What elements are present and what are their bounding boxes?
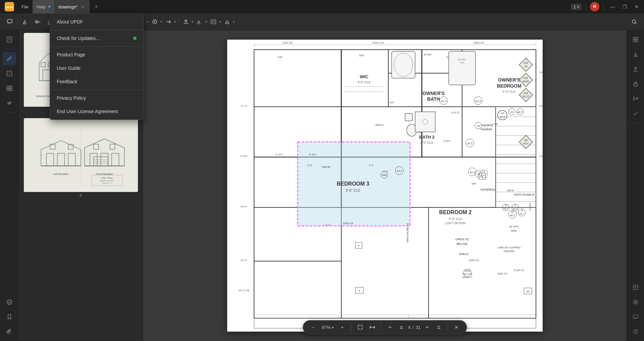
svg-text:LOFT OPTION: LOFT OPTION <box>445 222 465 225</box>
about-label: About UPDF <box>57 19 83 25</box>
strikethrough-tool-button[interactable]: S <box>32 16 43 28</box>
sidebar-item-layers[interactable] <box>3 295 16 309</box>
svg-text:AT OPT.: AT OPT. <box>509 225 519 228</box>
svg-text:4'-1": 4'-1" <box>325 224 331 227</box>
markup-tool-button[interactable]: ▾ <box>208 16 221 28</box>
thumbnail-page-6[interactable]: Left Elevation Front Elevation <box>24 118 138 201</box>
svg-text:2040 SH: 2040 SH <box>282 41 293 44</box>
minimize-button[interactable]: — <box>608 2 617 11</box>
svg-text:2'-0½": 2'-0½" <box>275 153 283 156</box>
right-sidebar-lock[interactable] <box>629 77 642 91</box>
page-down-top-button[interactable] <box>397 323 406 332</box>
stamp-chevron-icon: ▾ <box>232 16 235 28</box>
right-sidebar-clock[interactable] <box>629 325 642 338</box>
svg-rect-27 <box>211 20 216 24</box>
sidebar-item-convert[interactable] <box>3 96 16 110</box>
close-bottom-bar-button[interactable]: ✕ <box>452 323 461 332</box>
svg-text:LINE OF CLIPPED: LINE OF CLIPPED <box>498 246 521 249</box>
sidebar-divider1 <box>4 49 15 49</box>
svg-text:4'-0" CLG: 4'-0" CLG <box>420 141 433 144</box>
sidebar-item-bookmark[interactable] <box>3 310 16 324</box>
tab-close-icon[interactable]: ✕ <box>80 4 86 9</box>
svg-text:AD.T: AD.T <box>517 111 523 113</box>
user-avatar[interactable]: R <box>590 2 599 11</box>
shape-icon <box>150 16 160 28</box>
svg-text:23'-6": 23'-6" <box>240 205 247 208</box>
svg-text:A2.3: A2.3 <box>500 116 505 118</box>
svg-point-22 <box>154 21 155 22</box>
page-indicator[interactable]: 1 ▾ <box>571 4 582 10</box>
page-bottom-button[interactable] <box>434 323 443 332</box>
highlight-color-icon: A <box>195 16 205 28</box>
tab-file[interactable]: File <box>17 0 33 13</box>
tab-help[interactable]: Help <box>33 0 54 13</box>
tab-drawings[interactable]: drawings* ✕ <box>54 0 90 13</box>
menu-item-privacy[interactable]: Privacy Policy <box>50 91 143 105</box>
highlight-tool-button[interactable]: A <box>20 16 31 28</box>
zoom-in-button[interactable]: + <box>338 323 347 332</box>
right-sidebar-export[interactable] <box>629 62 642 76</box>
right-sidebar-table[interactable] <box>629 281 642 294</box>
add-tab-button[interactable]: + <box>91 1 102 12</box>
maximize-button[interactable]: ❐ <box>620 2 629 11</box>
svg-text:A2: A2 <box>524 65 527 67</box>
right-sidebar-share[interactable] <box>629 92 642 105</box>
page-down-button[interactable] <box>423 323 432 332</box>
shape-tool-button[interactable]: ▾ <box>150 16 163 28</box>
person-tool-button[interactable]: ▾ <box>181 16 194 28</box>
fit-width-button[interactable] <box>367 323 377 332</box>
svg-rect-38 <box>10 86 12 88</box>
pdf-page: 2040 SH 4050 X10 3050 SH 3'4" 3'4" 4'4" … <box>227 40 543 332</box>
app-logo[interactable]: UPDF <box>3 0 16 13</box>
zoom-level-display[interactable]: 97% ▾ <box>320 325 335 330</box>
svg-text:9'-0" CLG: 9'-0" CLG <box>502 90 515 93</box>
sidebar-item-organize[interactable] <box>3 82 16 95</box>
search-button[interactable] <box>629 16 640 28</box>
sidebar-item-edit[interactable] <box>3 67 16 80</box>
page-navigation: 4 / 31 <box>385 323 443 332</box>
comment-tool-button[interactable] <box>4 16 15 28</box>
svg-text:31'-0": 31'-0" <box>240 259 247 262</box>
svg-rect-270 <box>636 40 638 42</box>
svg-text:BEDROOM 3: BEDROOM 3 <box>337 181 369 187</box>
svg-text:B-B: B-B <box>524 62 528 64</box>
svg-text:19: 19 <box>521 209 523 211</box>
close-button[interactable]: ✕ <box>632 2 641 11</box>
menu-item-user-guide[interactable]: User Guide <box>50 61 143 75</box>
menu-item-feedback[interactable]: Feedback <box>50 75 143 88</box>
svg-text:20: 20 <box>510 111 513 114</box>
menu-item-eula[interactable]: End User License Agreement <box>50 105 143 118</box>
right-sidebar-grid[interactable] <box>629 33 642 46</box>
svg-text:3050 SH: 3050 SH <box>474 41 484 44</box>
arrow-chevron-icon: ▾ <box>174 16 177 28</box>
svg-text:D OPT.: D OPT. <box>443 140 451 142</box>
sidebar-item-pages[interactable] <box>3 33 16 46</box>
arrow-tool-button[interactable]: ▾ <box>163 16 177 28</box>
page-up-button[interactable] <box>385 323 395 332</box>
svg-text:4050 X10: 4050 X10 <box>372 41 384 44</box>
stamp-button[interactable]: ▾ <box>222 16 235 28</box>
sidebar-item-attach[interactable] <box>3 325 16 338</box>
right-sidebar-ai[interactable] <box>629 295 642 309</box>
pdf-viewer[interactable]: 2040 SH 4050 X10 3050 SH 3'4" 3'4" 4'4" … <box>143 30 627 341</box>
product-page-label: Product Page <box>57 52 85 57</box>
right-sidebar-comment[interactable] <box>629 310 642 324</box>
fit-page-button[interactable] <box>355 323 365 332</box>
menu-item-updates[interactable]: Check for Updates... <box>50 32 143 45</box>
svg-text:SHELF: SHELF <box>459 252 469 256</box>
menu-item-about[interactable]: About UPDF <box>50 15 143 29</box>
zoom-out-button[interactable]: − <box>308 323 318 332</box>
svg-text:9'-0" CLG: 9'-0" CLG <box>346 189 360 192</box>
right-sidebar-check[interactable] <box>629 107 642 120</box>
svg-rect-273 <box>634 84 637 86</box>
update-badge-icon <box>133 37 137 40</box>
svg-text:OWNER'S: OWNER'S <box>422 91 444 96</box>
sidebar-item-annotation[interactable] <box>3 52 16 65</box>
highlight-color-button[interactable]: A ▾ <box>195 16 208 28</box>
bottom-sep2 <box>381 324 381 331</box>
right-sidebar-import[interactable] <box>629 48 642 61</box>
menu-item-product-page[interactable]: Product Page <box>50 48 143 61</box>
svg-text:36"x60": 36"x60" <box>458 58 466 61</box>
menu-separator-3 <box>50 90 143 90</box>
svg-text:4'-0" CLG: 4'-0" CLG <box>449 217 462 221</box>
